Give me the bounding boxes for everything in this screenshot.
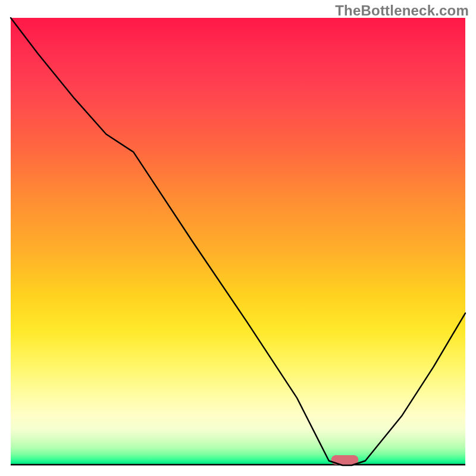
plot-area bbox=[11, 18, 465, 465]
bottleneck-chart: TheBottleneck.com bbox=[0, 0, 476, 476]
bottleneck-curve bbox=[11, 18, 465, 465]
chart-overlay bbox=[11, 18, 465, 465]
watermark-text: TheBottleneck.com bbox=[335, 2, 469, 19]
